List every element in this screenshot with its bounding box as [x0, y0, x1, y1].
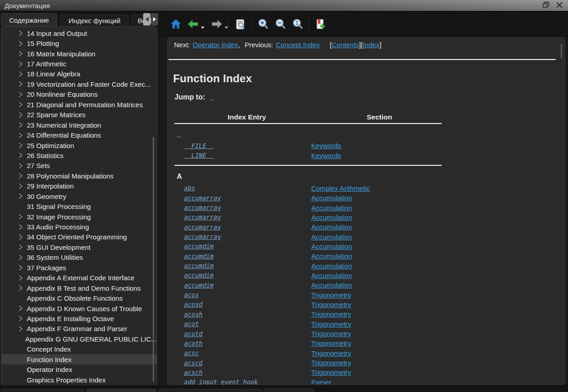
sidebar-tree-item[interactable]: 17 Arithmetic	[1, 59, 157, 69]
chevron-right-icon[interactable]	[17, 173, 24, 179]
index-entry-link[interactable]: accumarray	[184, 213, 311, 221]
sidebar-tree-item[interactable]: Operator Index	[1, 364, 157, 374]
index-entry-link[interactable]: acsc	[184, 349, 311, 357]
chevron-right-icon[interactable]	[17, 92, 24, 97]
index-section-link[interactable]: Accumulation	[311, 204, 352, 212]
chevron-right-icon[interactable]	[17, 61, 24, 67]
index-section-link[interactable]: Trigonometry	[311, 349, 351, 357]
index-entry-link[interactable]: accumdim	[184, 253, 311, 260]
index-entry-link[interactable]: acosd	[184, 301, 311, 308]
index-section-link[interactable]: Accumulation	[311, 194, 352, 202]
index-entry-link[interactable]: acos	[184, 291, 311, 298]
restore-window-button[interactable]	[542, 1, 550, 10]
index-section-link[interactable]: Trigonometry	[311, 310, 351, 318]
index-section-link[interactable]: Accumulation	[311, 262, 352, 270]
chevron-right-icon[interactable]	[17, 316, 24, 321]
chevron-right-icon[interactable]	[17, 265, 24, 270]
index-section-link[interactable]: Trigonometry	[311, 301, 351, 308]
zoom-out-button[interactable]	[274, 18, 287, 32]
index-entry-link[interactable]: acscd	[184, 359, 311, 367]
index-section-link[interactable]: Trigonometry	[311, 339, 351, 347]
sidebar-tree-item[interactable]: 37 Packages	[1, 263, 157, 273]
chevron-right-icon[interactable]	[17, 234, 24, 240]
sidebar-tree-item[interactable]: 16 Matrix Manipulation	[1, 49, 157, 59]
sidebar-tree-item[interactable]: 15 Plotting	[1, 38, 157, 48]
index-section-link[interactable]: Accumulation	[311, 233, 352, 241]
sidebar-tree-item[interactable]: 19 Vectorization and Faster Code Exec...	[1, 79, 157, 89]
index-section-link[interactable]: Trigonometry	[311, 330, 351, 337]
chevron-right-icon[interactable]	[17, 244, 24, 250]
home-button[interactable]	[169, 18, 183, 32]
chevron-right-icon[interactable]	[17, 163, 24, 169]
index-entry-link[interactable]: accumarray	[184, 233, 311, 240]
bottom-dock-tab[interactable]	[264, 389, 314, 392]
nav-index-link[interactable]: Index	[363, 41, 379, 49]
back-dropdown-icon[interactable]	[201, 23, 204, 31]
back-button[interactable]	[186, 18, 200, 32]
sidebar-tree-item[interactable]: 29 Interpolation	[1, 181, 157, 191]
tab-scroll-right-button[interactable]	[151, 13, 158, 25]
sidebar-tree-item[interactable]: 33 Audio Processing	[1, 222, 157, 232]
index-entry-link[interactable]: acosh	[184, 311, 311, 318]
content-scrollbar[interactable]	[561, 44, 562, 58]
index-section-link[interactable]: Parser	[311, 378, 331, 385]
index-entry-link[interactable]: accumdim	[184, 272, 311, 279]
chevron-right-icon[interactable]	[17, 285, 24, 291]
sidebar-tree-item[interactable]: 36 System Utilities	[1, 253, 157, 263]
index-section-link[interactable]: Complex Arithmetic	[311, 184, 370, 192]
chevron-right-icon[interactable]	[17, 306, 24, 311]
index-entry-link[interactable]: acsch	[184, 369, 311, 376]
sidebar-tree-item[interactable]: 22 Sparse Matrices	[1, 110, 157, 120]
zoom-original-button[interactable]: 1	[291, 18, 304, 32]
index-entry-link[interactable]: accumarray	[184, 204, 311, 211]
index-entry-link[interactable]: accumdim	[184, 282, 311, 289]
sidebar-tree-item[interactable]: Appendix B Test and Demo Functions	[1, 283, 157, 293]
sidebar-tree-item[interactable]: Appendix C Obsolete Functions	[1, 293, 157, 303]
sidebar-tree-item[interactable]: Appendix G GNU GENERAL PUBLIC LIC...	[1, 334, 157, 344]
sidebar-tree-item[interactable]: Concept Index	[1, 344, 157, 354]
index-section-link[interactable]: Keywords	[311, 152, 341, 159]
sidebar-tree-item[interactable]: 27 Sets	[1, 161, 157, 171]
close-window-button[interactable]	[555, 1, 563, 10]
index-section-link[interactable]: Accumulation	[311, 281, 352, 289]
index-entry-link[interactable]: accumarray	[184, 223, 311, 231]
bottom-dock-tab[interactable]	[1, 389, 85, 392]
index-entry-link[interactable]: __LINE__	[184, 152, 311, 159]
chevron-right-icon[interactable]	[17, 122, 24, 128]
chevron-right-icon[interactable]	[17, 133, 24, 138]
sidebar-tree-item[interactable]: 25 Optimization	[1, 140, 157, 150]
nav-contents-link[interactable]: Contents	[332, 41, 359, 49]
sidebar-tree-item[interactable]: Appendix D Known Causes of Trouble	[1, 303, 157, 313]
doc-tab[interactable]: Содержание	[1, 13, 57, 26]
chevron-right-icon[interactable]	[17, 184, 24, 189]
index-section-link[interactable]: Accumulation	[311, 213, 352, 221]
index-entry-link[interactable]: add_input_event_hook	[184, 378, 311, 385]
sidebar-tree-item[interactable]: 14 Input and Output	[1, 28, 157, 38]
index-section-link[interactable]: Trigonometry	[311, 291, 351, 299]
index-entry-link[interactable]: accumdim	[184, 262, 311, 269]
sidebar-tree-item[interactable]: Appendix A External Code Interface	[1, 273, 157, 283]
index-section-link[interactable]: Keywords	[311, 142, 341, 149]
sidebar-tree-item[interactable]: 24 Differential Equations	[1, 130, 157, 140]
index-section-link[interactable]: Trigonometry	[311, 320, 351, 328]
sidebar-tree-item[interactable]: 30 Geometry	[1, 191, 157, 201]
sidebar-tree-item[interactable]: Appendix F Grammar and Parser	[1, 324, 157, 334]
sidebar-tree-item[interactable]: 20 Nonlinear Equations	[1, 89, 157, 99]
chevron-right-icon[interactable]	[17, 153, 24, 158]
chevron-right-icon[interactable]	[17, 194, 24, 199]
index-entry-link[interactable]: acot	[184, 320, 311, 327]
chevron-right-icon[interactable]	[17, 112, 24, 118]
jump-underscore-link[interactable]: _	[210, 93, 214, 101]
index-entry-link[interactable]: acotd	[184, 330, 311, 337]
sidebar-tree-item[interactable]: 31 Signal Processing	[1, 201, 157, 211]
nav-previous-link[interactable]: Concept Index	[276, 41, 320, 49]
bookmark-button[interactable]	[314, 18, 328, 32]
chevron-right-icon[interactable]	[17, 326, 24, 332]
chevron-right-icon[interactable]	[17, 41, 24, 46]
sidebar-tree-item[interactable]: 35 GUI Development	[1, 242, 157, 252]
chevron-right-icon[interactable]	[17, 143, 24, 148]
chevron-right-icon[interactable]	[17, 71, 24, 77]
sidebar-tree-item[interactable]: Function Index	[1, 354, 157, 364]
index-entry-link[interactable]: accumdim	[184, 243, 311, 250]
chevron-right-icon[interactable]	[17, 51, 24, 56]
